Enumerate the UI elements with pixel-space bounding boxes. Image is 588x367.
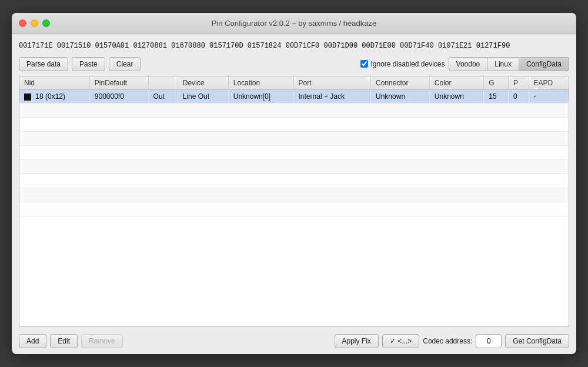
parse-data-button[interactable]: Parse data bbox=[19, 57, 68, 71]
tab-group: Voodoo Linux ConfigData bbox=[449, 57, 569, 71]
col-color: Color bbox=[429, 76, 483, 90]
tab-configdata[interactable]: ConfigData bbox=[519, 57, 569, 71]
table-row[interactable] bbox=[19, 131, 569, 145]
cell-eapd: - bbox=[529, 89, 569, 103]
col-pindefault: PinDefault bbox=[89, 76, 148, 90]
minimize-button[interactable] bbox=[31, 19, 38, 27]
table-row[interactable] bbox=[19, 117, 569, 131]
ignore-disabled-label[interactable]: Ignore disabled devices bbox=[360, 60, 445, 68]
codec-address-input[interactable] bbox=[476, 334, 502, 348]
title-bar: Pin Configurator v2.0.2 – by saxmms / he… bbox=[12, 13, 576, 34]
cell-g: 15 bbox=[484, 89, 509, 103]
ignore-disabled-checkbox[interactable] bbox=[360, 60, 368, 68]
col-device: Device bbox=[178, 76, 228, 90]
maximize-button[interactable] bbox=[42, 19, 50, 27]
col-p: P bbox=[509, 76, 529, 90]
col-location: Location bbox=[228, 76, 293, 90]
table-header-row: Nid PinDefault Device Location Port Conn… bbox=[19, 76, 569, 90]
toolbar-right: Ignore disabled devices Voodoo Linux Con… bbox=[360, 57, 569, 71]
content-area: 0017171E 00171510 01570A01 01270881 0167… bbox=[12, 34, 576, 354]
table-row[interactable]: 18 (0x12) 900000f0 Out Line Out Unknown[… bbox=[19, 89, 569, 103]
cell-color: Unknown bbox=[429, 89, 483, 103]
table-row[interactable] bbox=[19, 174, 569, 188]
pin-table-container[interactable]: Nid PinDefault Device Location Port Conn… bbox=[19, 76, 569, 327]
add-button[interactable]: Add bbox=[19, 334, 46, 348]
col-nid: Nid bbox=[19, 76, 89, 90]
pin-table: Nid PinDefault Device Location Port Conn… bbox=[19, 76, 569, 216]
cell-device: Line Out bbox=[178, 89, 228, 103]
col-connector: Connector bbox=[371, 76, 430, 90]
traffic-lights bbox=[19, 19, 50, 27]
paste-button[interactable]: Paste bbox=[72, 57, 105, 71]
cell-port: Internal + Jack bbox=[293, 89, 371, 103]
cell-connector: Unknown bbox=[371, 89, 430, 103]
table-row[interactable] bbox=[19, 202, 569, 216]
toolbar: Parse data Paste Clear Ignore disabled d… bbox=[19, 57, 569, 71]
cell-location: Unknown[0] bbox=[228, 89, 293, 103]
table-row[interactable] bbox=[19, 159, 569, 174]
clear-button[interactable]: Clear bbox=[109, 57, 141, 71]
close-button[interactable] bbox=[19, 19, 26, 27]
main-window: Pin Configurator v2.0.2 – by saxmms / he… bbox=[12, 13, 576, 354]
col-g: G bbox=[484, 76, 509, 90]
cell-p: 0 bbox=[509, 89, 529, 103]
nid-color-swatch bbox=[24, 94, 31, 101]
hex-data-display: 0017171E 00171510 01570A01 01270881 0167… bbox=[19, 40, 569, 52]
col-port: Port bbox=[293, 76, 371, 90]
table-row[interactable] bbox=[19, 188, 569, 202]
cell-direction: Out bbox=[148, 89, 178, 103]
col-eapd: EAPD bbox=[529, 76, 569, 90]
window-title: Pin Configurator v2.0.2 – by saxmms / he… bbox=[212, 19, 376, 28]
col-direction bbox=[148, 76, 178, 90]
table-row[interactable] bbox=[19, 145, 569, 159]
tab-voodoo[interactable]: Voodoo bbox=[449, 57, 488, 71]
bottom-bar: Add Edit Remove Apply Fix ✓ <...> Codec … bbox=[19, 332, 569, 348]
cell-pindefault: 900000f0 bbox=[89, 89, 148, 103]
get-config-data-button[interactable]: Get ConfigData bbox=[505, 334, 569, 348]
tab-linux[interactable]: Linux bbox=[487, 57, 519, 71]
codec-address-label: Codec address: bbox=[423, 337, 472, 345]
ellipsis-button[interactable]: ✓ <...> bbox=[382, 334, 419, 348]
edit-button[interactable]: Edit bbox=[50, 334, 78, 348]
apply-fix-button[interactable]: Apply Fix bbox=[335, 334, 379, 348]
bottom-right: Apply Fix ✓ <...> Codec address: Get Con… bbox=[335, 334, 569, 348]
table-row[interactable] bbox=[19, 103, 569, 117]
remove-button: Remove bbox=[81, 334, 123, 348]
cell-nid: 18 (0x12) bbox=[19, 89, 89, 103]
